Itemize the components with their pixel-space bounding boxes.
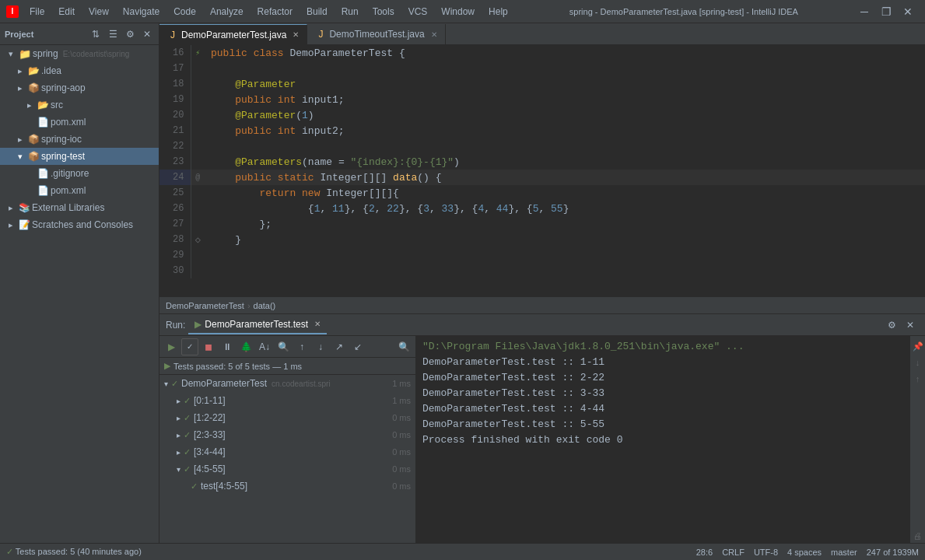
print-button[interactable]: 🖨 bbox=[911, 529, 925, 543]
status-indent[interactable]: 4 spaces bbox=[787, 548, 822, 557]
scroll-start-button[interactable]: ↑ bbox=[911, 372, 925, 386]
code-content: public class DemoParameterTest { bbox=[205, 45, 925, 61]
code-line-29: 29 bbox=[159, 247, 925, 263]
restore-button[interactable]: ❐ bbox=[875, 4, 897, 19]
code-view[interactable]: 16 ⚡ public class DemoParameterTest { 17… bbox=[159, 45, 925, 296]
gutter: ◇ bbox=[191, 232, 205, 247]
window-controls: ─ ❐ ✕ bbox=[853, 4, 919, 19]
tree-item-spring-aop[interactable]: ▸ 📦 spring-aop bbox=[0, 79, 159, 96]
line-number: 30 bbox=[159, 263, 191, 278]
run-tree: ▾ ✓ DemoParameterTest cn.codeartist.spri… bbox=[159, 375, 415, 543]
console-line-0: "D:\Program Files\Java\jdk1.8.0_251\bin\… bbox=[422, 339, 903, 355]
hide-sidebar-button[interactable]: ✕ bbox=[140, 27, 154, 41]
run-item-label: [2:3-33] bbox=[194, 429, 226, 440]
status-encoding[interactable]: UTF-8 bbox=[754, 548, 778, 557]
tab-close-button[interactable]: ✕ bbox=[431, 30, 437, 39]
tree-label: .idea bbox=[41, 65, 61, 76]
close-run-button[interactable]: ✕ bbox=[902, 317, 919, 334]
run-item-time: 0 ms bbox=[392, 447, 415, 457]
menu-analyze[interactable]: Analyze bbox=[204, 5, 250, 19]
status-line-sep[interactable]: CRLF bbox=[722, 548, 745, 557]
expand-icon: ▸ bbox=[5, 219, 17, 231]
run-failed-button[interactable]: ✓ bbox=[181, 338, 198, 355]
filter-button[interactable]: 🔍 bbox=[275, 338, 292, 355]
status-branch[interactable]: master bbox=[831, 548, 857, 557]
code-table: 16 ⚡ public class DemoParameterTest { 17… bbox=[159, 45, 925, 278]
status-position[interactable]: 28:6 bbox=[696, 548, 713, 557]
tab-demo-parameter-test[interactable]: J DemoParameterTest.java ✕ bbox=[159, 24, 307, 44]
run-item-root[interactable]: ▾ ✓ DemoParameterTest cn.codeartist.spri… bbox=[159, 375, 415, 392]
stop-button[interactable]: ◼ bbox=[200, 338, 217, 355]
menu-tools[interactable]: Tools bbox=[366, 5, 401, 19]
line-number: 16 bbox=[159, 45, 191, 61]
pin-button[interactable]: 📌 bbox=[911, 339, 925, 353]
down-nav-button[interactable]: ↓ bbox=[312, 338, 329, 355]
tree-item-gitignore[interactable]: 📄 .gitignore bbox=[0, 165, 159, 182]
xml-icon: 📄 bbox=[37, 185, 49, 196]
menu-navigate[interactable]: Navigate bbox=[117, 5, 166, 19]
gutter bbox=[191, 92, 205, 107]
gutter bbox=[191, 247, 205, 263]
tab-demo-timeout-test[interactable]: J DemoTimeoutTest.java ✕ bbox=[307, 24, 445, 44]
code-content: public static Integer[][] data() { bbox=[205, 170, 925, 185]
tab-close-button[interactable]: ✕ bbox=[293, 30, 299, 39]
tree-label: .gitignore bbox=[51, 168, 89, 179]
run-tab-demo-parameter[interactable]: ▶ DemoParameterTest.test ✕ bbox=[188, 316, 327, 334]
breadcrumb-member[interactable]: data() bbox=[254, 301, 276, 310]
menu-code[interactable]: Code bbox=[167, 5, 202, 19]
menu-run[interactable]: Run bbox=[335, 5, 365, 19]
tree-item-scratches[interactable]: ▸ 📝 Scratches and Consoles bbox=[0, 216, 159, 233]
code-content bbox=[205, 61, 925, 76]
minimize-button[interactable]: ─ bbox=[853, 4, 875, 19]
run-item-4-test[interactable]: ✓ test[4:5-55] 0 ms bbox=[159, 478, 415, 495]
run-item-0[interactable]: ▸ ✓ [0:1-11] 1 ms bbox=[159, 392, 415, 409]
run-item-3[interactable]: ▸ ✓ [3:4-44] 0 ms bbox=[159, 443, 415, 460]
menu-refactor[interactable]: Refactor bbox=[251, 5, 299, 19]
tree-item-src[interactable]: ▸ 📂 src bbox=[0, 96, 159, 114]
gutter bbox=[191, 263, 205, 278]
menu-vcs[interactable]: VCS bbox=[402, 5, 434, 19]
run-item-2[interactable]: ▸ ✓ [2:3-33] 0 ms bbox=[159, 426, 415, 443]
settings-button[interactable]: ⚙ bbox=[123, 27, 137, 41]
breadcrumb-file[interactable]: DemoParameterTest bbox=[166, 301, 244, 310]
settings-run-button[interactable]: ⚙ bbox=[883, 317, 900, 334]
expand-all-button[interactable]: ⇅ bbox=[89, 27, 103, 41]
run-item-4[interactable]: ▾ ✓ [4:5-55] 0 ms bbox=[159, 460, 415, 478]
tree-item-spring-root[interactable]: ▾ 📁 spring E:\codeartist\spring bbox=[0, 45, 159, 62]
run-status-text: Tests passed: 5 of 5 tests — 1 ms bbox=[173, 362, 302, 371]
editor-area: J DemoParameterTest.java ✕ J DemoTimeout… bbox=[159, 23, 925, 543]
scroll-end-button[interactable]: ↓ bbox=[911, 355, 925, 369]
sort-alpha-button[interactable]: A↓ bbox=[256, 338, 273, 355]
close-button[interactable]: ✕ bbox=[897, 4, 919, 19]
export-button[interactable]: ↗ bbox=[331, 338, 348, 355]
tree-item-pom-test[interactable]: 📄 pom.xml bbox=[0, 182, 159, 199]
menu-file[interactable]: File bbox=[23, 5, 51, 19]
tree-item-external-libs[interactable]: ▸ 📚 External Libraries bbox=[0, 199, 159, 216]
menu-window[interactable]: Window bbox=[435, 5, 481, 19]
tree-view-button[interactable]: 🌲 bbox=[237, 338, 254, 355]
tree-item-idea[interactable]: ▸ 📂 .idea bbox=[0, 62, 159, 79]
status-lines[interactable]: 247 of 1939M bbox=[867, 548, 919, 557]
line-number: 17 bbox=[159, 61, 191, 76]
rerun-button[interactable]: ▶ bbox=[163, 338, 180, 355]
tree-item-spring-ioc[interactable]: ▸ 📦 spring-ioc bbox=[0, 131, 159, 148]
menu-build[interactable]: Build bbox=[300, 5, 334, 19]
line-number: 27 bbox=[159, 216, 191, 232]
up-nav-button[interactable]: ↑ bbox=[293, 338, 310, 355]
menu-help[interactable]: Help bbox=[482, 5, 514, 19]
collapse-all-button[interactable]: ☰ bbox=[106, 27, 120, 41]
tree-item-pom-aop[interactable]: 📄 pom.xml bbox=[0, 114, 159, 131]
run-item-1[interactable]: ▸ ✓ [1:2-22] 0 ms bbox=[159, 409, 415, 426]
search-test-button[interactable]: 🔍 bbox=[395, 338, 412, 355]
gutter bbox=[191, 107, 205, 123]
line-number: 23 bbox=[159, 154, 191, 170]
line-number: 19 bbox=[159, 92, 191, 107]
pause-button[interactable]: ⏸ bbox=[219, 338, 236, 355]
run-tab-close[interactable]: ✕ bbox=[314, 320, 321, 328]
menu-view[interactable]: View bbox=[82, 5, 115, 19]
run-item-time: 1 ms bbox=[392, 379, 415, 388]
tree-item-spring-test[interactable]: ▾ 📦 spring-test bbox=[0, 148, 159, 165]
libs-icon: 📚 bbox=[19, 202, 30, 213]
menu-edit[interactable]: Edit bbox=[52, 5, 81, 19]
import-button[interactable]: ↙ bbox=[349, 338, 366, 355]
